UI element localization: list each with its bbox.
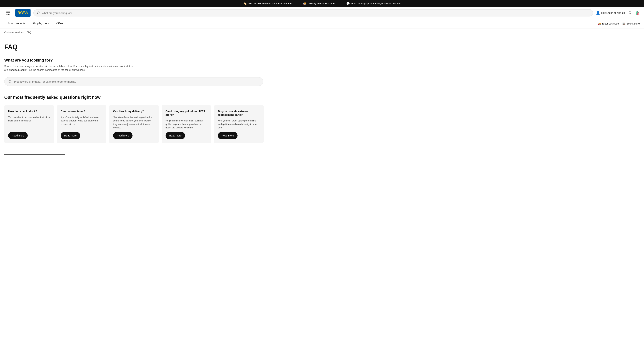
banner-text-planning: Free planning appointments, online and i…: [351, 2, 400, 5]
header-search-bar[interactable]: [34, 9, 593, 17]
header-actions: 👤 Hej! Log in or sign up ♡ 🛍️: [596, 11, 640, 15]
banner-item-credit: 🏷️ Get 0% APR credit on purchases over £…: [244, 2, 292, 5]
banner-item-planning: 💬 Free planning appointments, online and…: [346, 2, 400, 5]
banner-item-delivery: 🚚 Delivery from as little as £4: [303, 2, 336, 5]
page-title: FAQ: [4, 43, 264, 51]
nav-offers[interactable]: Offers: [52, 19, 67, 28]
login-label: Hej! Log in or sign up: [601, 12, 625, 14]
top-banner: 🏷️ Get 0% APR credit on purchases over £…: [0, 0, 644, 7]
banner-text-delivery: Delivery from as little as £4: [308, 2, 336, 5]
user-icon: 👤: [596, 11, 600, 15]
nav-shop-by-room[interactable]: Shop by room: [29, 19, 52, 28]
read-more-stock-button[interactable]: Read more: [8, 132, 28, 139]
faq-search-input[interactable]: [14, 80, 259, 83]
heart-icon: ♡: [628, 11, 632, 15]
svg-line-1: [39, 14, 40, 14]
faq-card-pet: Can I bring my pet into an IKEA store? R…: [162, 105, 211, 143]
faq-card-delivery-title: Can I track my delivery?: [113, 109, 155, 113]
search-icon: [37, 11, 40, 15]
wishlist-button[interactable]: ♡: [628, 11, 632, 15]
main-content: FAQ What are you looking for? Search for…: [0, 36, 268, 154]
read-more-return-button[interactable]: Read more: [61, 132, 80, 139]
header: Menu IKEA 👤 Hej! Log in or sign up ♡ 🛍️: [0, 7, 644, 19]
faq-cards-section-title: Our most frequently asked questions righ…: [4, 95, 264, 100]
hamburger-icon: [6, 10, 10, 13]
credit-icon: 🏷️: [244, 2, 247, 5]
header-search-input[interactable]: [42, 12, 590, 15]
faq-card-delivery: Can I track my delivery? Yes! We offer o…: [109, 105, 159, 143]
read-more-pet-button[interactable]: Read more: [166, 132, 185, 139]
menu-label: Menu: [6, 13, 11, 16]
breadcrumb-customer-services[interactable]: Customer services: [4, 31, 24, 34]
faq-card-stock: How do I check stock? You can check out …: [4, 105, 54, 143]
faq-cards-container: How do I check stock? You can check out …: [4, 105, 264, 143]
faq-search-icon: [8, 80, 12, 83]
login-button[interactable]: 👤 Hej! Log in or sign up: [596, 11, 625, 15]
faq-card-delivery-desc: Yes! We offer order tracking online for …: [113, 116, 155, 129]
faq-card-return-desc: If you're not totally satisfied, we have…: [61, 116, 102, 129]
breadcrumb-separator: ›: [25, 31, 25, 34]
bag-icon: 🛍️: [635, 11, 640, 15]
store-icon: 🏬: [622, 22, 626, 25]
enter-postcode-label: Enter postcode: [602, 22, 619, 25]
breadcrumb-faq: FAQ: [26, 31, 31, 34]
logo-text: IKEA: [18, 11, 28, 15]
faq-search-bar[interactable]: [4, 77, 263, 86]
postcode-icon: 🚚: [598, 22, 601, 25]
nav-shop-products[interactable]: Shop products: [4, 19, 29, 28]
enter-postcode-button[interactable]: 🚚 Enter postcode: [598, 19, 619, 28]
faq-card-parts-desc: Yes, you can order spare parts online an…: [218, 119, 260, 129]
delivery-icon: 🚚: [303, 2, 306, 5]
select-store-button[interactable]: 🏬 Select store: [622, 19, 640, 28]
faq-card-stock-title: How do I check stock?: [8, 109, 50, 113]
nav-right: 🚚 Enter postcode 🏬 Select store: [598, 19, 640, 28]
faq-section-heading: What are you looking for?: [4, 58, 264, 63]
read-more-delivery-button[interactable]: Read more: [113, 132, 132, 139]
menu-button[interactable]: Menu: [4, 9, 12, 17]
faq-card-pet-desc: Registered service animals, such as guid…: [166, 119, 207, 129]
ikea-logo[interactable]: IKEA: [15, 9, 30, 17]
faq-card-stock-desc: You can check out how to check stock in …: [8, 116, 50, 129]
select-store-label: Select store: [626, 22, 640, 25]
faq-section-description: Search for answers to your questions in …: [4, 64, 133, 72]
faq-card-parts-title: Do you provide extra or replacement part…: [218, 109, 260, 116]
svg-line-3: [10, 82, 11, 83]
faq-card-return-title: Can I return items?: [61, 109, 102, 113]
svg-point-2: [9, 80, 11, 82]
cart-button[interactable]: 🛍️: [635, 11, 640, 15]
main-nav: Shop products Shop by room Offers 🚚 Ente…: [0, 19, 644, 29]
svg-point-0: [37, 12, 39, 14]
faq-card-return: Can I return items? If you're not totall…: [57, 105, 106, 143]
banner-text-credit: Get 0% APR credit on purchases over £99: [248, 2, 292, 5]
read-more-parts-button[interactable]: Read more: [218, 132, 237, 139]
breadcrumb: Customer services › FAQ: [0, 29, 644, 36]
nav-left: Shop products Shop by room Offers: [4, 19, 67, 28]
bottom-border-line: [4, 154, 65, 154]
planning-icon: 💬: [346, 2, 350, 5]
faq-card-pet-title: Can I bring my pet into an IKEA store?: [166, 109, 207, 116]
faq-card-parts: Do you provide extra or replacement part…: [214, 105, 264, 143]
